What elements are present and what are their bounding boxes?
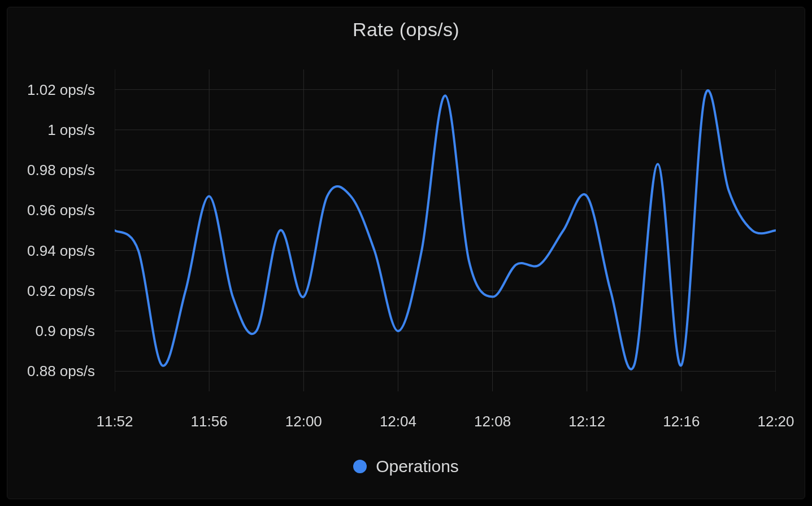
chart-body: 0.88 ops/s0.9 ops/s0.92 ops/s0.94 ops/s0… — [7, 53, 805, 437]
x-tick-label: 12:16 — [663, 413, 700, 430]
chart-title: Rate (ops/s) — [7, 7, 805, 41]
y-tick-label: 1.02 ops/s — [27, 81, 95, 98]
y-tick-label: 0.92 ops/s — [27, 282, 95, 299]
x-tick-label: 12:04 — [380, 413, 416, 430]
y-tick-label: 0.88 ops/s — [27, 363, 95, 380]
x-tick-label: 12:12 — [568, 413, 605, 430]
plot-area[interactable] — [115, 69, 776, 391]
x-tick-label: 12:08 — [474, 413, 511, 430]
y-tick-label: 1 ops/s — [47, 121, 95, 138]
legend-swatch-operations — [353, 460, 367, 473]
y-tick-label: 0.98 ops/s — [27, 162, 95, 179]
chart-panel: Rate (ops/s) 0.88 ops/s0.9 ops/s0.92 ops… — [7, 7, 805, 499]
operations-line — [115, 90, 776, 369]
x-tick-label: 12:00 — [285, 413, 322, 430]
x-tick-label: 11:52 — [96, 413, 133, 430]
x-tick-label: 11:56 — [191, 413, 228, 430]
x-tick-label: 12:20 — [757, 413, 794, 430]
y-tick-label: 0.96 ops/s — [27, 202, 95, 219]
y-tick-label: 0.9 ops/s — [35, 322, 95, 340]
legend-label-operations: Operations — [376, 457, 459, 476]
y-tick-label: 0.94 ops/s — [27, 242, 95, 259]
legend[interactable]: Operations — [7, 457, 805, 476]
